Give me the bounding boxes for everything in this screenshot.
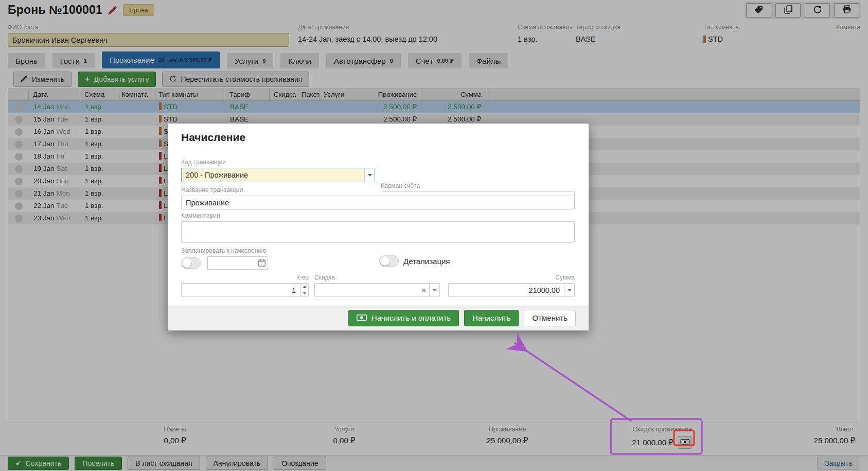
- schedule-toggle[interactable]: [181, 257, 201, 269]
- transaction-name-input[interactable]: [181, 196, 575, 210]
- comments-label: Комментарии: [181, 212, 575, 219]
- comments-textarea[interactable]: [181, 221, 575, 243]
- dialog-title: Начисление: [181, 131, 245, 144]
- svg-text:7: 7: [261, 262, 263, 266]
- cancel-label: Отменить: [532, 313, 568, 322]
- charge-label: Начислить: [472, 313, 510, 322]
- spin-down-icon[interactable]: [300, 290, 308, 296]
- banknote-icon: [357, 313, 367, 322]
- charge-and-pay-button[interactable]: Начислить и оплатить: [348, 310, 459, 326]
- details-field: Детализация: [379, 255, 450, 267]
- chevron-down-icon: [433, 289, 437, 291]
- spin-up-icon[interactable]: [300, 284, 308, 290]
- discount-field: Скидка ×: [314, 274, 440, 297]
- charge-dialog: Начисление Код транзакции Карман счёта Н…: [168, 124, 589, 330]
- booking-window: Бронь №100001 Бронь ФИО гостя Даты прожи…: [0, 0, 868, 471]
- schedule-label: Запланировать к начислению: [181, 247, 268, 254]
- chevron-down-icon: [368, 174, 372, 177]
- details-toggle[interactable]: [379, 255, 399, 267]
- transaction-code-label: Код транзакции: [181, 159, 375, 166]
- transaction-code-input[interactable]: [181, 168, 375, 182]
- schedule-field: Запланировать к начислению 7: [181, 247, 268, 270]
- amount-field: Сумма: [448, 274, 575, 297]
- transaction-name-field: Название транзакции: [181, 186, 575, 210]
- amount-input[interactable]: [448, 283, 575, 297]
- charge-and-pay-label: Начислить и оплатить: [371, 313, 451, 322]
- quantity-input[interactable]: [181, 283, 309, 297]
- transaction-code-dropdown[interactable]: [364, 168, 375, 182]
- chevron-down-icon: [568, 289, 572, 291]
- quantity-label: К-во: [181, 274, 309, 281]
- charge-button[interactable]: Начислить: [464, 310, 519, 326]
- quantity-field: К-во: [181, 274, 309, 297]
- cancel-button[interactable]: Отменить: [524, 310, 576, 326]
- calendar-icon: 7: [258, 259, 265, 269]
- details-toggle-label: Детализация: [403, 257, 450, 266]
- discount-dropdown[interactable]: [429, 284, 439, 296]
- clear-icon[interactable]: ×: [421, 286, 426, 294]
- quantity-stepper[interactable]: [300, 284, 308, 296]
- transaction-code-field: Код транзакции: [181, 159, 375, 182]
- discount-label: Скидка: [314, 274, 440, 281]
- dialog-footer: Начислить и оплатить Начислить Отменить: [168, 305, 589, 330]
- comments-field: Комментарии: [181, 212, 575, 245]
- amount-label: Сумма: [448, 274, 575, 281]
- transaction-name-label: Название транзакции: [181, 186, 575, 194]
- amount-dropdown[interactable]: [564, 284, 574, 296]
